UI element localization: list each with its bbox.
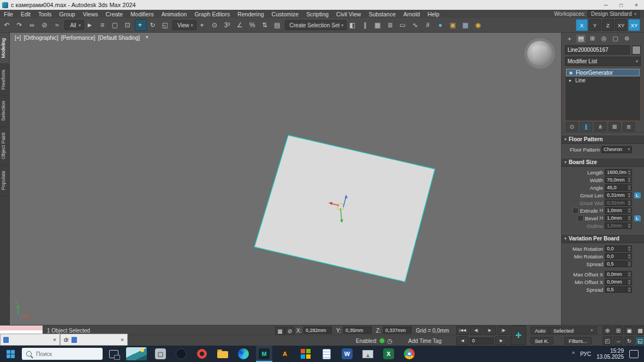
minimize-button[interactable]: ─ bbox=[598, 0, 613, 10]
constrain-to-x-button[interactable]: X bbox=[576, 19, 588, 31]
y-coordinate-field[interactable]: 0,35mm bbox=[343, 327, 372, 334]
minimized-window-2[interactable]: dr × bbox=[60, 334, 128, 346]
key-selection-dropdown[interactable]: Selected bbox=[549, 327, 597, 334]
set-key-button[interactable]: Set K. bbox=[530, 337, 553, 345]
notepad-icon[interactable] bbox=[318, 346, 335, 362]
material-editor-icon[interactable]: ● bbox=[435, 19, 447, 31]
menu-item[interactable]: Rendering bbox=[234, 10, 267, 18]
redo-icon[interactable]: ↷ bbox=[14, 19, 26, 31]
menu-item[interactable]: File bbox=[0, 10, 17, 18]
spinner-arrows-icon[interactable] bbox=[627, 185, 631, 190]
microsoft-logo-icon[interactable] bbox=[297, 346, 314, 362]
menu-item[interactable]: Tools bbox=[34, 10, 56, 18]
menu-item[interactable]: Animation bbox=[158, 10, 191, 18]
taskbar-search-box[interactable] bbox=[22, 348, 103, 360]
extrude-spinner[interactable]: 1,0mm bbox=[605, 207, 632, 214]
toggle-layer-explorer-icon[interactable]: ≣ bbox=[385, 19, 397, 31]
selection-filter-dropdown[interactable]: All bbox=[64, 20, 84, 30]
zoom-all-icon[interactable]: ⊞ bbox=[613, 326, 623, 335]
toggle-ribbon-icon[interactable]: ▭ bbox=[397, 19, 409, 31]
modifier-visibility-bulb-icon[interactable]: ◉ bbox=[568, 70, 574, 75]
spinner-arrows-icon[interactable] bbox=[627, 254, 631, 259]
current-frame-field[interactable]: 0 bbox=[470, 337, 494, 345]
notification-center-icon[interactable] bbox=[629, 350, 639, 358]
ribbon-tab-object-paint[interactable]: Object Paint bbox=[0, 127, 9, 165]
next-frame-button[interactable]: |▶ bbox=[497, 326, 510, 335]
menu-item[interactable]: Arnold bbox=[399, 10, 424, 18]
constrain-to-y-button[interactable]: Y bbox=[589, 19, 601, 31]
previous-key-icon[interactable]: ◀ bbox=[456, 336, 469, 345]
bevel-lock-button[interactable]: L bbox=[634, 215, 641, 221]
select-and-manipulate-icon[interactable]: ⊙ bbox=[210, 19, 222, 31]
length-spinner[interactable]: 1600,0mm bbox=[605, 169, 632, 176]
viewport[interactable]: [+][Orthographic][Performance][Default S… bbox=[9, 33, 561, 325]
max-offset-x-spinner[interactable]: 0,0mm bbox=[605, 271, 632, 277]
modify-tab-icon[interactable]: ▤ bbox=[576, 34, 586, 43]
maximize-button[interactable]: □ bbox=[613, 0, 629, 10]
spinner-arrows-icon[interactable] bbox=[627, 272, 631, 277]
spinner-snap-toggle-icon[interactable]: ⇅ bbox=[260, 19, 272, 31]
percent-snap-toggle-icon[interactable]: % bbox=[247, 19, 259, 31]
show-end-result-button[interactable]: ∥ bbox=[580, 122, 592, 131]
start-button[interactable] bbox=[0, 346, 21, 362]
angle-snap-toggle-icon[interactable]: ∠ bbox=[235, 19, 247, 31]
width-spinner[interactable]: 70,0mm bbox=[605, 177, 632, 183]
system-window-icon[interactable]: ▢ bbox=[152, 346, 169, 362]
orbit-icon[interactable]: ↻ bbox=[624, 336, 634, 345]
select-and-scale-icon[interactable]: ◱ bbox=[160, 19, 172, 31]
excel-icon[interactable]: X bbox=[380, 346, 397, 362]
floor-plane-object[interactable] bbox=[254, 135, 435, 282]
menu-item[interactable]: Help bbox=[424, 10, 443, 18]
bevel-checkbox[interactable] bbox=[577, 215, 583, 221]
undo-icon[interactable]: ↶ bbox=[2, 19, 14, 31]
ribbon-tab-freeform[interactable]: Freeform bbox=[0, 64, 9, 96]
constrain-to-z-button[interactable]: Z bbox=[602, 19, 614, 31]
zoom-extents-all-icon[interactable]: ▩ bbox=[635, 326, 644, 335]
named-selection-sets-dropdown[interactable]: Create Selection Set bbox=[285, 20, 347, 30]
photos-icon[interactable]: ▲ bbox=[360, 346, 376, 362]
chrome-icon[interactable] bbox=[401, 346, 418, 362]
grout-len-spinner[interactable]: 0,31mm bbox=[605, 192, 632, 198]
floor-pattern-dropdown[interactable]: Chevron bbox=[601, 146, 632, 153]
constrain-to-plane-cycle-button[interactable]: XY bbox=[628, 19, 640, 31]
maximize-viewport-toggle-icon[interactable]: ◱ bbox=[635, 336, 644, 345]
menu-item[interactable]: Edit bbox=[17, 10, 34, 18]
pan-icon[interactable]: ⇔ bbox=[613, 336, 623, 345]
offset-spread-spinner[interactable]: 0,5 bbox=[605, 286, 632, 293]
toggle-scene-explorer-icon[interactable]: ▦ bbox=[372, 19, 384, 31]
use-pivot-point-center-icon[interactable]: ⌖ bbox=[197, 19, 209, 31]
edge-icon[interactable] bbox=[235, 346, 252, 362]
spinner-arrows-icon[interactable] bbox=[627, 208, 631, 213]
language-indicator[interactable]: РУС bbox=[580, 351, 591, 357]
render-production-icon[interactable]: ◉ bbox=[473, 19, 485, 31]
constrain-to-xy-plane-button[interactable]: XY bbox=[615, 19, 627, 31]
opera-icon[interactable] bbox=[194, 346, 210, 362]
z-coordinate-field[interactable]: 0,337mm bbox=[383, 327, 412, 334]
render-setup-icon[interactable]: ▣ bbox=[448, 19, 460, 31]
play-button[interactable]: ▶ bbox=[484, 326, 496, 335]
isolate-selection-toggle-icon[interactable]: ▦ bbox=[275, 327, 285, 335]
extrude-checkbox[interactable] bbox=[573, 208, 579, 214]
window-crossing-toggle-icon[interactable]: ⊡ bbox=[122, 19, 134, 31]
spinner-arrows-icon[interactable] bbox=[627, 177, 631, 183]
utilities-tab-icon[interactable]: ⊚ bbox=[622, 34, 631, 43]
align-icon[interactable]: ∥ bbox=[360, 19, 372, 31]
object-name-field[interactable]: Line2000005167 bbox=[565, 45, 630, 55]
time-tag-clock-icon[interactable]: ◷ bbox=[387, 337, 392, 345]
menu-item[interactable]: Scripting bbox=[302, 10, 332, 18]
next-key-icon[interactable]: ▶ bbox=[495, 336, 508, 345]
modifier-stack-item-line[interactable]: ▸ Line bbox=[566, 76, 640, 84]
viewport-menu-label[interactable]: [+] bbox=[15, 35, 21, 41]
reference-coordinate-system-dropdown[interactable]: View bbox=[172, 20, 196, 30]
ribbon-tab-populate[interactable]: Populate bbox=[0, 165, 9, 196]
create-tab-icon[interactable]: + bbox=[565, 34, 574, 43]
spinner-arrows-icon[interactable] bbox=[627, 287, 631, 292]
zoom-region-icon[interactable]: ◰ bbox=[603, 336, 612, 345]
curve-editor-icon[interactable]: ∿ bbox=[410, 19, 422, 31]
select-object-icon[interactable]: ► bbox=[85, 19, 97, 31]
menu-item[interactable]: Graph Editors bbox=[190, 10, 234, 18]
rendered-frame-window-icon[interactable]: ▦ bbox=[460, 19, 472, 31]
bind-to-space-warp-icon[interactable]: ≈ bbox=[52, 19, 64, 31]
key-filters-button[interactable]: Filters... bbox=[564, 337, 592, 345]
spinner-arrows-icon[interactable] bbox=[627, 170, 631, 175]
